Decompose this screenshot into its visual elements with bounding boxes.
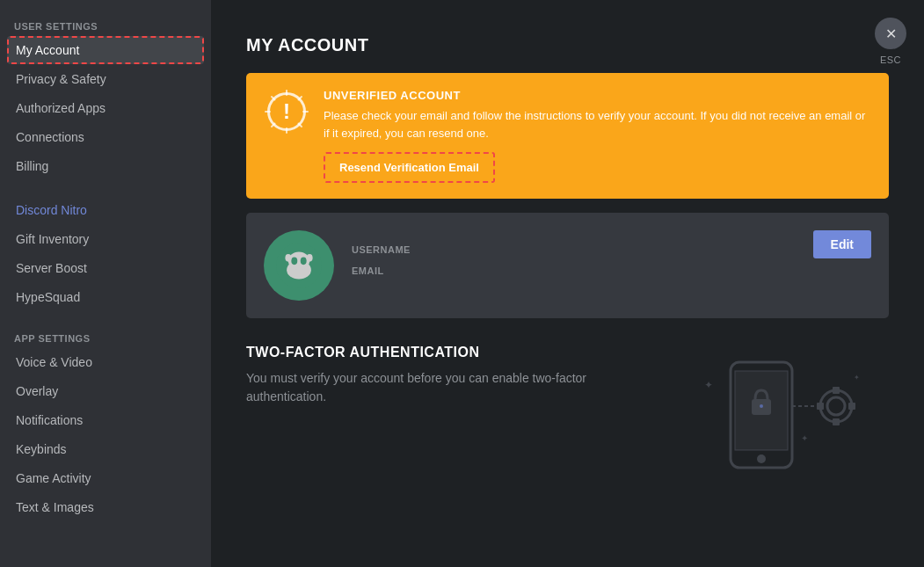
- svg-text:✦: ✦: [704, 379, 713, 391]
- sidebar-item-label: HypeSquad: [16, 290, 80, 304]
- sidebar-item-label: Text & Images: [16, 500, 94, 514]
- esc-button[interactable]: ✕ ESC: [875, 18, 906, 65]
- sidebar-item-authorized-apps[interactable]: Authorized Apps: [7, 94, 204, 122]
- app-settings-label: APP SETTINGS: [7, 326, 204, 347]
- sidebar-item-label: Game Activity: [16, 471, 91, 485]
- sidebar-item-label: Connections: [16, 130, 84, 144]
- sidebar-item-discord-nitro[interactable]: Discord Nitro: [7, 196, 204, 224]
- tfa-text: TWO-FACTOR AUTHENTICATION You must verif…: [246, 345, 643, 406]
- tfa-illustration: ✦ ✦ ✦: [660, 345, 889, 489]
- svg-rect-22: [833, 387, 840, 394]
- svg-point-11: [291, 257, 297, 265]
- sidebar-item-keybinds[interactable]: Keybinds: [7, 435, 204, 463]
- warning-icon: !: [264, 89, 309, 134]
- tfa-section: TWO-FACTOR AUTHENTICATION You must verif…: [246, 345, 889, 489]
- exclamation-ring: !: [267, 92, 306, 131]
- svg-point-14: [307, 254, 313, 262]
- page-title: MY ACCOUNT: [246, 35, 889, 55]
- sidebar-item-label: Voice & Video: [16, 355, 92, 369]
- avatar: [264, 230, 334, 301]
- svg-point-21: [827, 397, 845, 415]
- sidebar-item-label: Authorized Apps: [16, 101, 105, 115]
- exclamation-mark: !: [283, 99, 290, 124]
- edit-button[interactable]: Edit: [813, 230, 871, 258]
- svg-text:✦: ✦: [854, 374, 860, 382]
- sidebar-item-text-images[interactable]: Text & Images: [7, 493, 204, 521]
- sidebar-item-privacy-safety[interactable]: Privacy & Safety: [7, 65, 204, 93]
- tfa-image: ✦ ✦ ✦: [660, 345, 889, 485]
- sidebar-item-voice-video[interactable]: Voice & Video: [7, 348, 204, 376]
- svg-point-17: [757, 454, 766, 463]
- svg-point-20: [820, 390, 852, 422]
- sidebar-item-server-boost[interactable]: Server Boost: [7, 254, 204, 282]
- tfa-description: You must verify your account before you …: [246, 369, 643, 406]
- avatar-image: [276, 243, 322, 288]
- tfa-title: TWO-FACTOR AUTHENTICATION: [246, 345, 643, 360]
- sidebar: USER SETTINGS My Account Privacy & Safet…: [0, 0, 211, 567]
- sidebar-item-label: Overlay: [16, 384, 58, 398]
- banner-description: Please check your email and follow the i…: [324, 107, 871, 142]
- sidebar-item-label: Billing: [16, 159, 48, 173]
- sidebar-item-label: Gift Inventory: [16, 232, 89, 246]
- sidebar-item-my-account[interactable]: My Account: [7, 36, 204, 64]
- user-settings-label: USER SETTINGS: [7, 14, 204, 35]
- main-content: ✕ ESC MY ACCOUNT !: [211, 0, 924, 567]
- svg-rect-25: [848, 403, 855, 410]
- svg-point-12: [301, 257, 307, 265]
- account-card: USERNAME EMAIL Edit: [246, 213, 889, 318]
- sidebar-item-notifications[interactable]: Notifications: [7, 406, 204, 434]
- email-field: EMAIL: [352, 265, 871, 276]
- sidebar-item-label: Notifications: [16, 413, 83, 427]
- sidebar-item-label: Privacy & Safety: [16, 72, 106, 86]
- unverified-banner: ! UNVERIFIED ACCOUNT Please check your e…: [246, 73, 889, 199]
- close-icon: ✕: [875, 18, 906, 49]
- sidebar-item-overlay[interactable]: Overlay: [7, 377, 204, 405]
- banner-title: UNVERIFIED ACCOUNT: [324, 89, 871, 102]
- sidebar-item-label: My Account: [16, 43, 79, 57]
- username-label: USERNAME: [352, 244, 871, 255]
- sidebar-item-label: Server Boost: [16, 261, 87, 275]
- svg-rect-23: [833, 418, 840, 425]
- sidebar-item-billing[interactable]: Billing: [7, 152, 204, 180]
- svg-point-19: [760, 404, 763, 408]
- sidebar-item-hypesquad[interactable]: HypeSquad: [7, 283, 204, 311]
- sidebar-item-game-activity[interactable]: Game Activity: [7, 464, 204, 492]
- account-info: USERNAME EMAIL: [352, 244, 871, 287]
- resend-verification-button[interactable]: Resend Verification Email: [324, 152, 495, 183]
- email-label: EMAIL: [352, 265, 871, 276]
- banner-text-area: UNVERIFIED ACCOUNT Please check your ema…: [324, 89, 871, 183]
- sidebar-item-connections[interactable]: Connections: [7, 123, 204, 151]
- sidebar-item-gift-inventory[interactable]: Gift Inventory: [7, 225, 204, 253]
- sidebar-item-label: Keybinds: [16, 442, 67, 456]
- svg-point-13: [285, 254, 291, 262]
- svg-text:✦: ✦: [801, 433, 808, 443]
- sidebar-item-label: Discord Nitro: [16, 203, 87, 217]
- username-field: USERNAME: [352, 244, 871, 255]
- esc-label: ESC: [880, 55, 901, 65]
